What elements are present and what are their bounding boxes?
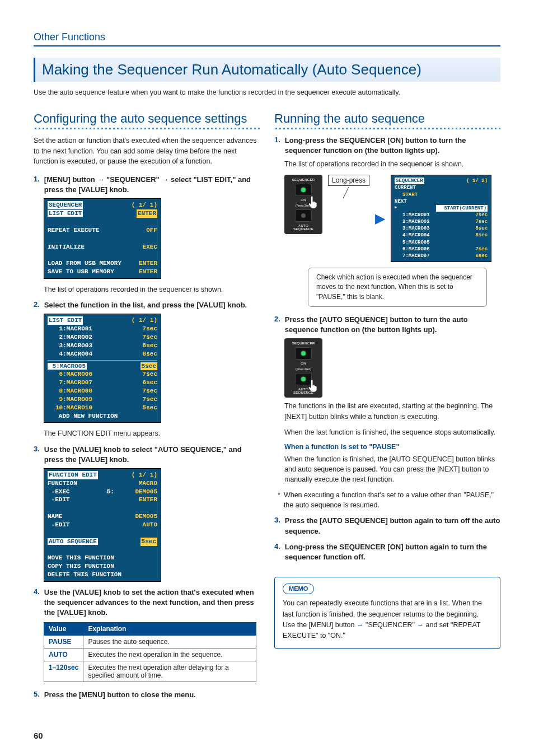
flow-diagram: SEQUENCER ON (Press 2sec) AUTO SEQUENCE … [284,175,500,262]
left-step-1: 1. [MENU] button → "SEQUENCER" → select … [34,175,260,195]
step-text: Press the [AUTO SEQUENCE] button again t… [285,516,500,536]
step-text: Press the [MENU] button to close the men… [44,690,196,700]
sequencer-on-button-lit [295,347,312,360]
step-text: Use the [VALUE] knob to set the action t… [44,587,260,618]
arrow-icon: → [161,175,168,184]
step-number: 4. [274,542,280,562]
memo-text-1: You can repeatedly execute functions tha… [283,598,492,620]
step-number: 5. [34,690,40,700]
step-text: Select the function in the list, and pre… [44,300,247,310]
section-header: Other Functions [34,31,500,46]
lcd-list-edit: LIST EDIT( 1/ 1) 1:MACRO017sec 2:MACRO02… [44,314,161,423]
step-text: Long-press the SEQUENCER [ON] button aga… [285,542,500,562]
main-title-bar: Making the Sequencer Run Automatically (… [34,58,500,82]
arrow-icon: → [357,621,364,629]
right-subtitle: Running the auto sequence [274,111,500,126]
finger-pointer-icon [306,377,322,394]
memo-block: MEMO You can repeatedly execute function… [274,577,500,649]
step-number: 2. [34,300,40,310]
finger-pointer-icon [306,194,322,211]
page-number: 60 [34,731,43,740]
play-arrow-icon: ▶ [375,211,385,226]
lcd-function-edit: FUNCTION EDIT( 1/ 1) FUNCTIONMACRO -EXEC… [44,468,161,582]
leader-line-icon [343,187,354,198]
dotted-rule [34,127,260,130]
left-step-5: 5. Press the [MENU] button to close the … [34,690,260,700]
svg-line-0 [343,187,349,198]
asterisk-note: * When executing a function that's set t… [278,490,500,510]
step-number: 2. [274,315,280,335]
step-text: Long-press the SEQUENCER [ON] button to … [285,136,500,156]
pause-text: When the function is finished, the [AUTO… [284,454,500,484]
step-number: 1. [274,136,280,156]
right-step-1: 1. Long-press the SEQUENCER [ON] button … [274,136,500,156]
intro-text: Use the auto sequence feature when you w… [34,87,500,98]
step2-note: The FUNCTION EDIT menu appears. [44,428,260,438]
right-step2-note2: When the last function is finished, the … [284,427,500,437]
step-text: [MENU] button → "SEQUENCER" → select "LI… [44,175,260,195]
dotted-rule [274,127,500,130]
step1-note: The list of operations recorded in the s… [44,284,260,295]
step-number: 1. [34,175,40,195]
right-step-2: 2. Press the [AUTO SEQUENCE] button to t… [274,315,500,335]
arrow-icon: → [417,621,424,629]
page-title: Making the Sequencer Run Automatically (… [42,61,494,78]
auto-sequence-button [295,209,312,222]
left-step-2: 2. Select the function in the list, and … [34,300,260,310]
left-step-3: 3. Use the [VALUE] knob to select "AUTO … [34,445,260,465]
step-number: 3. [274,516,280,536]
pause-subtitle: When a function is set to "PAUSE" [284,443,500,451]
left-lead: Set the action or function that's execut… [34,136,260,167]
step-text: Use the [VALUE] knob to select "AUTO SEQ… [44,445,260,465]
asterisk-icon: * [278,490,280,510]
step-number: 3. [34,445,40,465]
right-step1-note: The list of operations recorded in the s… [284,159,500,169]
arrow-icon: → [97,175,104,184]
right-step-3: 3. Press the [AUTO SEQUENCE] button agai… [274,516,500,536]
callout-box: Check which action is executed when the … [308,268,487,307]
memo-badge: MEMO [283,584,314,594]
longpress-label: Long-press [328,175,369,186]
left-step-4: 4. Use the [VALUE] knob to set the actio… [34,587,260,618]
value-explanation-table: ValueExplanation PAUSEPauses the auto se… [44,622,256,682]
step-text: Press the [AUTO SEQUENCE] button to turn… [285,315,500,335]
right-step2-note1: The functions in the list are executed, … [284,401,500,421]
lcd-sequencer-menu: SEQUENCER( 1/ 1) LIST EDITENTER REPEAT E… [44,198,161,279]
left-subtitle: Configuring the auto sequence settings [34,111,260,126]
memo-text-2: Use the [MENU] button → "SEQUENCER" → an… [283,620,492,642]
right-step-4: 4. Long-press the SEQUENCER [ON] button … [274,542,500,562]
step-number: 4. [34,587,40,618]
right-column: Running the auto sequence 1. Long-press … [274,111,500,704]
lcd-sequencer-running: SEQUENCER( 1/ 2) CURRENT START NEXT ▶STA… [391,175,491,262]
left-column: Configuring the auto sequence settings S… [34,111,260,704]
